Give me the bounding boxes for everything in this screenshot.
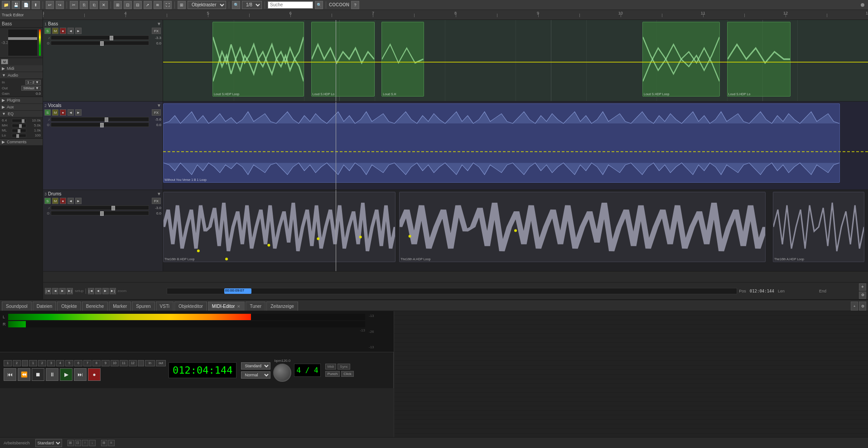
file-new-icon[interactable]: 📄 xyxy=(22,1,30,9)
zoom-btn-2[interactable]: ◄ xyxy=(95,288,101,294)
marker-btn-5[interactable]: 3 xyxy=(47,360,55,366)
solo-btn-2[interactable]: S xyxy=(44,109,51,116)
marker-btn-8[interactable]: 6 xyxy=(74,360,82,366)
vol-thumb-2[interactable] xyxy=(105,117,108,122)
fx-btn-2[interactable]: FX xyxy=(152,109,161,116)
snap-btn-3[interactable]: ↑ xyxy=(82,440,88,446)
midi-tab-close[interactable]: ✕ xyxy=(237,304,241,309)
zoom-dropdown[interactable]: 1/8 xyxy=(242,1,262,9)
section-comments[interactable]: ▶Comments xyxy=(0,139,43,146)
search-icon[interactable]: 🔍 xyxy=(315,1,323,9)
fx-btn-1[interactable]: FX xyxy=(152,28,161,34)
copy-icon[interactable]: ⎘ xyxy=(80,1,88,9)
record-btn-2[interactable]: ● xyxy=(60,109,66,116)
zoom-btn-1[interactable]: |◄ xyxy=(88,288,94,294)
clip-drums-2[interactable]: The16th A.HDP Loop xyxy=(399,192,766,262)
section-midi[interactable]: ▶Midi xyxy=(0,65,43,72)
tool3-icon[interactable]: ⊟ xyxy=(134,1,142,9)
tab-marker[interactable]: Marker xyxy=(109,302,131,311)
next-btn-1[interactable]: ► xyxy=(75,28,82,34)
snap-btn-4[interactable]: ↓ xyxy=(89,440,96,446)
mute-btn-3[interactable]: M xyxy=(52,198,58,204)
midi-editor-area[interactable] xyxy=(394,311,868,437)
marker-btn-3[interactable]: 1 xyxy=(29,360,37,366)
stop-btn[interactable]: ⏹ xyxy=(32,368,44,381)
section-eq[interactable]: ▼EQ xyxy=(0,111,43,117)
cut-icon[interactable]: ✂ xyxy=(70,1,78,9)
h-scroll-track[interactable]: 00:00:09:07 xyxy=(167,288,737,294)
section-plugins[interactable]: ▶Plugins xyxy=(0,97,43,104)
record-btn-1[interactable]: ● xyxy=(60,28,66,34)
rewind-btn[interactable]: ⏪ xyxy=(18,368,30,381)
next-btn-3[interactable]: ► xyxy=(75,198,82,204)
tab-zeitanzeige[interactable]: Zeitanzeige xyxy=(266,302,298,311)
step-btn-1[interactable]: |◄ xyxy=(45,288,51,294)
m-button[interactable]: M xyxy=(1,59,8,64)
solo-btn-1[interactable]: S xyxy=(44,28,51,34)
tab-tuner[interactable]: Tuner xyxy=(246,302,265,311)
tool4-icon[interactable]: ➚ xyxy=(144,1,152,9)
track-expand-2[interactable]: ▼ xyxy=(157,103,161,108)
clip-bass-1[interactable]: Loud S.HDP Loop xyxy=(212,22,304,97)
tab-midi-editor[interactable]: MIDI-Editor ✕ xyxy=(208,302,245,311)
tab-spuren[interactable]: Spuren xyxy=(132,302,154,311)
eq-slider-4[interactable] xyxy=(12,134,26,137)
file-open-icon[interactable]: 📁 xyxy=(2,1,10,9)
pan-thumb-1[interactable] xyxy=(100,41,104,46)
export-icon[interactable]: ⬆ xyxy=(32,1,40,9)
step-btn-2[interactable]: ◄ xyxy=(52,288,58,294)
pause-btn[interactable]: ⏸ xyxy=(46,368,58,381)
tab-bereiche[interactable]: Bereiche xyxy=(82,302,108,311)
in-dropdown[interactable]: 1 - 2▼ xyxy=(25,80,41,85)
step-btn-3[interactable]: ► xyxy=(59,288,66,294)
solo-btn-3[interactable]: S xyxy=(44,198,51,204)
file-save-icon[interactable]: 💾 xyxy=(12,1,20,9)
marker-btn-6[interactable]: 4 xyxy=(56,360,64,366)
tool5-icon[interactable]: ≋ xyxy=(154,1,162,9)
record-btn[interactable]: ● xyxy=(88,368,101,381)
skip-end-btn[interactable]: ⏭ xyxy=(74,368,87,381)
out-dropdown[interactable]: StMast▼ xyxy=(21,86,41,91)
normal-dropdown[interactable]: Normal xyxy=(241,371,270,379)
track-timeline-3[interactable]: The16th B.HDP Loop The16th A.HDP Loop Th… xyxy=(163,190,868,271)
midi-btn[interactable]: Midi xyxy=(325,364,337,370)
eq-slider-2[interactable] xyxy=(12,124,26,127)
eq-thumb-2[interactable] xyxy=(19,124,22,128)
add-track-btn[interactable]: + xyxy=(859,283,866,291)
marker-btn-7[interactable]: 5 xyxy=(65,360,73,366)
zoom-btn-3[interactable]: ► xyxy=(102,288,109,294)
clip-bass-2[interactable]: Loud S.HDP Lo xyxy=(311,22,375,97)
tab-dateien[interactable]: Dateien xyxy=(33,302,56,311)
vol-thumb-1[interactable] xyxy=(110,36,113,40)
snap-btn-1[interactable]: ⊠ xyxy=(68,440,74,446)
clip-bass-4[interactable]: Loud S.HDP Loop xyxy=(642,22,720,97)
snap-btn-2[interactable]: ⊡ xyxy=(75,440,81,446)
vol-thumb-3[interactable] xyxy=(111,206,115,210)
fx-btn-3[interactable]: FX xyxy=(152,198,161,204)
marker-btn-14[interactable]: 12 xyxy=(129,360,137,366)
view-btn-1[interactable]: ⊞ xyxy=(101,440,107,446)
marker-btn-10[interactable]: 8 xyxy=(92,360,101,366)
paste-icon[interactable]: ⎗ xyxy=(90,1,98,9)
clip-bass-3[interactable]: Loud S.H xyxy=(381,22,424,97)
area-select[interactable]: Standard xyxy=(35,439,62,447)
prev-btn-1[interactable]: ◄ xyxy=(68,28,74,34)
eq-thumb-3[interactable] xyxy=(18,129,20,133)
redo-icon[interactable]: ↪ xyxy=(56,1,64,9)
clip-drums-3[interactable]: The16th A.HDP Loop xyxy=(773,192,864,262)
pan-fader-1[interactable] xyxy=(51,41,149,45)
marker-btn-1[interactable]: 1 xyxy=(4,360,12,366)
play-btn[interactable]: ▶ xyxy=(60,368,72,381)
help-icon[interactable]: ? xyxy=(351,1,359,9)
skip-start-btn[interactable]: ⏮ xyxy=(4,368,16,381)
settings-btn[interactable]: ⚙ xyxy=(859,292,866,299)
magnify-icon[interactable]: 🔍 xyxy=(232,1,240,9)
marker-btn-11[interactable]: 9 xyxy=(101,360,110,366)
object-raster-dropdown[interactable]: Objektraster xyxy=(188,1,226,9)
tab-add-btn[interactable]: + xyxy=(851,302,858,311)
record-btn-3[interactable]: ● xyxy=(60,198,66,204)
sync-btn[interactable]: Sync xyxy=(338,364,350,370)
tab-vsti[interactable]: VSTi xyxy=(156,302,174,311)
view-btn-2[interactable]: ≡ xyxy=(108,440,115,446)
vol-fader-2[interactable] xyxy=(51,117,149,122)
